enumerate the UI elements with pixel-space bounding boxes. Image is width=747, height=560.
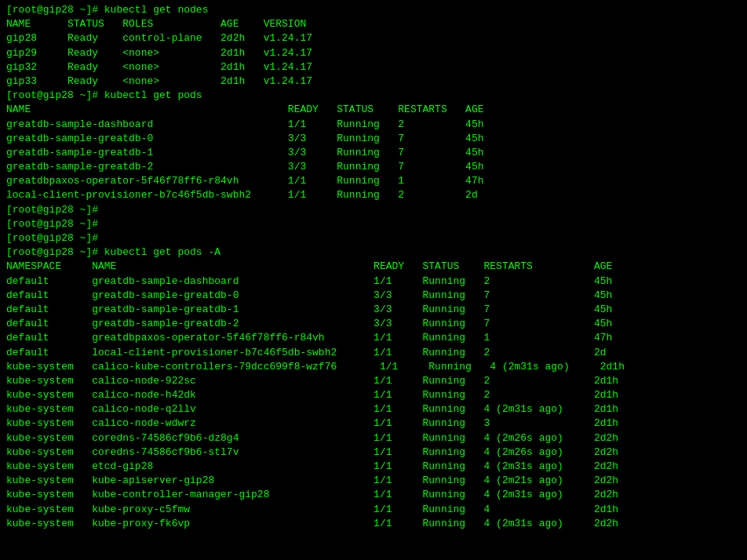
terminal-line: [root@gip28 ~]# kubectl get nodes <box>6 3 741 17</box>
terminal-line: kube-system kube-apiserver-gip28 1/1 Run… <box>6 474 741 488</box>
terminal-line: greatdb-sample-greatdb-1 3/3 Running 7 4… <box>6 146 741 160</box>
terminal-line: gip32 Ready <none> 2d1h v1.24.17 <box>6 60 741 75</box>
terminal-line: [root@gip28 ~]# <box>6 217 741 231</box>
terminal-line: default greatdbpaxos-operator-5f46f78ff6… <box>6 331 741 345</box>
terminal-line: default local-client-provisioner-b7c46f5… <box>6 346 741 360</box>
terminal-line: gip28 Ready control-plane 2d2h v1.24.17 <box>6 31 741 45</box>
terminal-line: kube-system calico-kube-controllers-79dc… <box>6 360 741 374</box>
terminal-line: kube-system calico-node-h42dk 1/1 Runnin… <box>6 388 741 402</box>
terminal-line: kube-system etcd-gip28 1/1 Running 4 (2m… <box>6 460 741 474</box>
terminal-line: greatdb-sample-greatdb-2 3/3 Running 7 4… <box>6 160 741 174</box>
terminal-output: [root@gip28 ~]# kubectl get nodesNAME ST… <box>6 3 741 531</box>
terminal-line: local-client-provisioner-b7c46f5db-swbh2… <box>6 188 741 202</box>
terminal-line: [root@gip28 ~]# kubectl get pods <box>6 89 741 103</box>
terminal-line: default greatdb-sample-greatdb-2 3/3 Run… <box>6 317 741 331</box>
terminal-line: kube-system coredns-74586cf9b6-dz8g4 1/1… <box>6 431 741 445</box>
terminal-line: [root@gip28 ~]# kubectl get pods -A <box>6 245 741 260</box>
terminal-line: NAME STATUS ROLES AGE VERSION <box>6 17 741 31</box>
terminal-line: kube-system kube-proxy-fk6vp 1/1 Running… <box>6 517 741 531</box>
terminal-line: greatdb-sample-dashboard 1/1 Running 2 4… <box>6 118 741 132</box>
terminal-line: greatdbpaxos-operator-5f46f78ff6-r84vh 1… <box>6 174 741 188</box>
terminal-line: default greatdb-sample-greatdb-0 3/3 Run… <box>6 289 741 303</box>
terminal-line: default greatdb-sample-greatdb-1 3/3 Run… <box>6 303 741 317</box>
terminal-line: kube-system calico-node-wdwrz 1/1 Runnin… <box>6 416 741 431</box>
terminal-line: NAME READY STATUS RESTARTS AGE <box>6 103 741 117</box>
terminal-line: NAMESPACE NAME READY STATUS RESTARTS AGE <box>6 260 741 274</box>
terminal-line: [root@gip28 ~]# <box>6 231 741 245</box>
terminal-line: kube-system coredns-74586cf9b6-stl7v 1/1… <box>6 445 741 460</box>
terminal-line: kube-system calico-node-922sc 1/1 Runnin… <box>6 374 741 388</box>
terminal-line: default greatdb-sample-dashboard 1/1 Run… <box>6 275 741 289</box>
terminal-line: gip29 Ready <none> 2d1h v1.24.17 <box>6 46 741 60</box>
terminal-line: gip33 Ready <none> 2d1h v1.24.17 <box>6 75 741 89</box>
terminal-line: kube-system calico-node-q2llv 1/1 Runnin… <box>6 402 741 416</box>
terminal-line: kube-system kube-proxy-c5fmw 1/1 Running… <box>6 503 741 517</box>
terminal-line: kube-system kube-controller-manager-gip2… <box>6 488 741 502</box>
terminal-line: [root@gip28 ~]# <box>6 203 741 217</box>
terminal-line: greatdb-sample-greatdb-0 3/3 Running 7 4… <box>6 132 741 146</box>
